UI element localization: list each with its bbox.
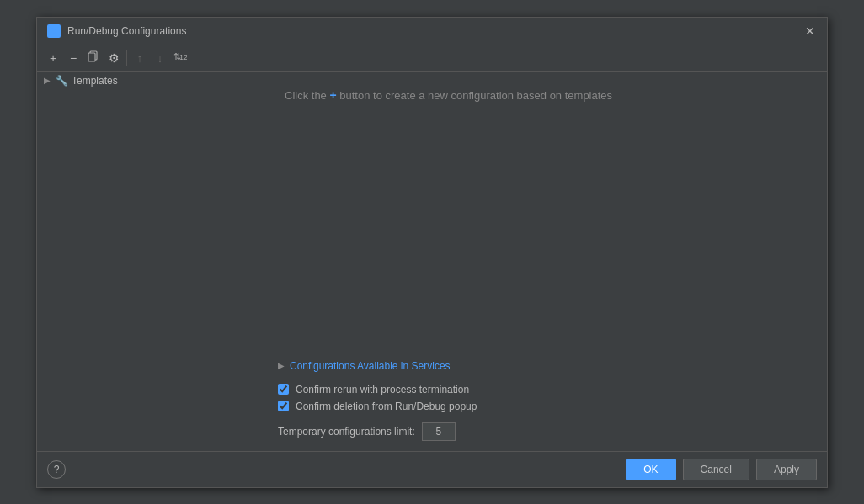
footer-buttons: OK Cancel Apply	[626, 459, 817, 480]
configurations-section-header[interactable]: ▶ Configurations Available in Services	[264, 353, 827, 379]
title-bar-left: Run/Debug Configurations	[47, 24, 186, 38]
toolbar: + − ⚙ ↑ ↓ ⇅ 12	[37, 45, 827, 72]
configurations-section-label: Configurations Available in Services	[290, 360, 451, 372]
tree-collapse-arrow: ▶	[44, 76, 52, 85]
run-debug-dialog: Run/Debug Configurations ✕ + − ⚙ ↑ ↓	[36, 17, 828, 488]
right-panel: Click the + button to create a new confi…	[264, 72, 827, 451]
temp-config-row: Temporary configurations limit:	[264, 417, 827, 451]
sort-icon: ⇅ 12	[173, 50, 187, 65]
up-arrow-icon: ↑	[137, 51, 143, 65]
add-configuration-button[interactable]: +	[44, 49, 62, 67]
title-bar: Run/Debug Configurations ✕	[37, 18, 827, 45]
templates-label: Templates	[72, 75, 118, 87]
hint-plus-symbol: +	[329, 88, 336, 102]
templates-icon: 🔧	[56, 75, 68, 87]
ok-button[interactable]: OK	[626, 459, 675, 480]
settings-button[interactable]: ⚙	[104, 49, 123, 67]
left-panel: ▶ 🔧 Templates	[37, 72, 264, 451]
toolbar-separator	[126, 50, 127, 66]
close-button[interactable]: ✕	[803, 24, 817, 38]
hint-suffix: button to create a new configuration bas…	[339, 89, 612, 102]
hint-prefix: Click the	[285, 89, 327, 102]
collapsible-arrow-icon: ▶	[278, 361, 285, 370]
hint-text: Click the + button to create a new confi…	[285, 88, 612, 102]
temp-config-label: Temporary configurations limit:	[278, 426, 415, 438]
cancel-button[interactable]: Cancel	[683, 459, 749, 480]
temp-config-input[interactable]	[422, 422, 456, 441]
deletion-label: Confirm deletion from Run/Debug popup	[296, 401, 477, 412]
deletion-checkbox-row: Confirm deletion from Run/Debug popup	[278, 401, 813, 412]
dialog-title: Run/Debug Configurations	[67, 25, 186, 37]
move-down-button[interactable]: ↓	[151, 49, 169, 67]
apply-button[interactable]: Apply	[756, 459, 817, 480]
main-content: ▶ 🔧 Templates Click the + button to crea…	[37, 72, 827, 451]
svg-text:12: 12	[179, 53, 187, 61]
footer: ? OK Cancel Apply	[37, 451, 827, 487]
deletion-checkbox[interactable]	[278, 401, 289, 411]
rerun-checkbox[interactable]	[278, 384, 289, 395]
checkboxes-area: Confirm rerun with process termination C…	[264, 379, 827, 417]
dialog-icon	[47, 24, 61, 38]
add-icon: +	[50, 51, 56, 65]
sort-button[interactable]: ⇅ 12	[171, 49, 189, 67]
svg-rect-3	[88, 53, 95, 61]
gear-icon: ⚙	[109, 51, 120, 65]
templates-tree-item[interactable]: ▶ 🔧 Templates	[37, 72, 264, 90]
down-arrow-icon: ↓	[157, 51, 163, 65]
help-icon: ?	[54, 464, 60, 475]
help-button[interactable]: ?	[47, 460, 66, 479]
move-up-button[interactable]: ↑	[131, 49, 149, 67]
hint-area: Click the + button to create a new confi…	[264, 72, 827, 353]
rerun-checkbox-row: Confirm rerun with process termination	[278, 384, 813, 395]
copy-icon	[88, 50, 99, 65]
bottom-section: ▶ Configurations Available in Services C…	[264, 353, 827, 451]
remove-configuration-button[interactable]: −	[64, 49, 83, 67]
copy-configuration-button[interactable]	[84, 49, 103, 67]
rerun-label: Confirm rerun with process termination	[296, 384, 469, 395]
svg-rect-1	[56, 27, 59, 35]
minus-icon: −	[70, 51, 77, 65]
